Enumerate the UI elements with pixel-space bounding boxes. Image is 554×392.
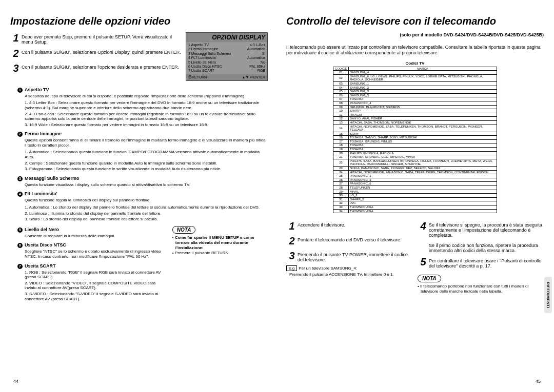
right-page: Controllo del televisore con il telecoma…	[286, 15, 544, 302]
sec5-title: Livello del Nero	[25, 227, 59, 232]
enter-label: ENTER	[253, 75, 265, 79]
right-title: Controllo del televisore con il telecoma…	[286, 15, 544, 27]
opzioni-display-box: OPZIONI DISPLAY 1 Aspetto TV4:3 L-Box2 F…	[186, 32, 268, 81]
nota-right-list: Il telecomando potrebbe non funzionare c…	[418, 284, 544, 294]
r-step-5: 5Per controllare il televisore usare i "…	[418, 256, 544, 269]
step-3: 3Con il pulsante SU/GIU', selezionare l'…	[10, 63, 183, 74]
r-step4-extra: Se il primo codice non funziona, ripeter…	[418, 241, 544, 253]
right-pagenum: 45	[536, 379, 541, 384]
right-subtitle: (solo per il modello DVD-S424/DVD-S424B/…	[286, 32, 544, 37]
r-step-3: 3Premendo il pulsante TV POWER, immetter…	[286, 250, 412, 262]
opzioni-title: OPZIONI DISPLAY	[186, 33, 267, 42]
r-step-4: 4Se il televisore si spegne, la procedur…	[418, 220, 544, 238]
nota-left-list: Come far sparire il MENU SETUP e come to…	[172, 235, 268, 256]
side-tab: RIFERIMENTI	[544, 277, 552, 313]
r-step-2: 2Puntare il telecomando del DVD verso il…	[286, 235, 412, 247]
sec1-title: Aspetto TV	[25, 87, 49, 92]
return-label: RETURN	[192, 75, 207, 79]
sec7-title: Uscita SCART	[25, 263, 56, 269]
right-intro: Il telecomando può essere utilizzato per…	[286, 45, 544, 56]
sec3-title: Messaggi Sullo Schermo	[25, 176, 80, 181]
sec2-title: Fermo Immagine	[25, 131, 62, 136]
nota-box-right: NOTA	[418, 275, 441, 282]
codici-title: Codici TV	[286, 61, 544, 66]
nota-box-left: NOTA	[172, 226, 196, 234]
eg-sub: Premendo il pulsante ACCENSIONE TV, imme…	[286, 272, 412, 277]
sec6-title: Uscita Disco NTSC	[25, 242, 66, 247]
left-pagenum: 44	[13, 379, 18, 384]
eg-badge: e.g	[286, 265, 297, 271]
step-1: 1Dopo aver premuto Stop, premere il puls…	[10, 32, 183, 45]
r-step-1: 1Accendere il televisore.	[286, 220, 412, 232]
left-title: Impostazione delle opzioni video	[10, 15, 268, 27]
step-2: 2Con il pulsante SU/GIU', selezionare Op…	[10, 48, 183, 59]
sec4-title: Flt Luminosita'	[25, 191, 57, 196]
codici-table: CODICEMARCA 01SAMSUNG_402SAMSUNG_6, LG, …	[333, 67, 497, 214]
left-page: Impostazione delle opzioni video OPZIONI…	[10, 15, 268, 302]
